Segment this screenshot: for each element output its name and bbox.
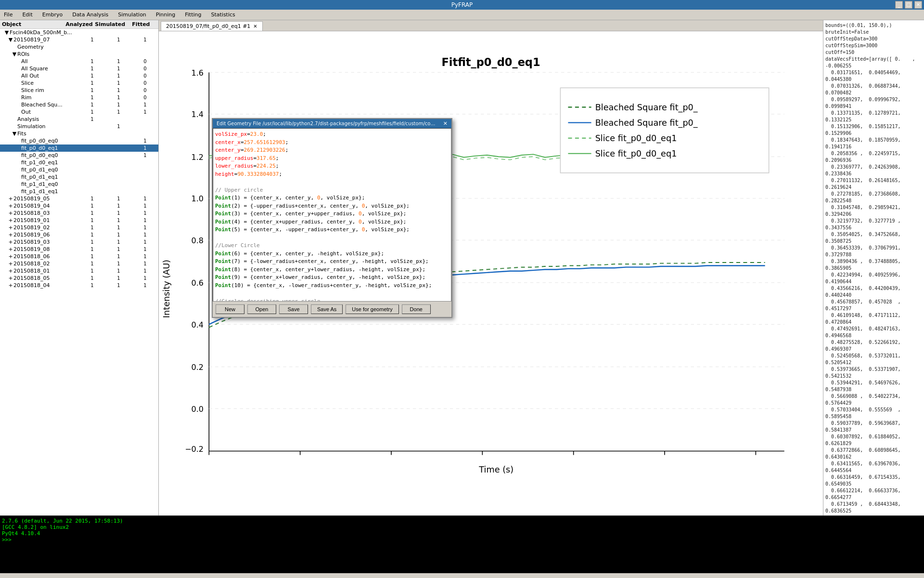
console-prompt: >>>: [2, 537, 922, 543]
tree-row-20150819-08[interactable]: + 20150819_08 111: [0, 246, 158, 253]
tree-row-all-square[interactable]: All Square 110: [0, 65, 158, 72]
tree-row-20150819-01[interactable]: + 20150819_01 111: [0, 217, 158, 224]
col-simulated: Simulated: [95, 21, 126, 27]
menu-simulation[interactable]: Simulation: [116, 11, 148, 19]
tree-row-geometry[interactable]: Geometry: [0, 43, 158, 51]
tree-row-20150818-02[interactable]: + 20150818_02 111: [0, 260, 158, 267]
menu-pinning[interactable]: Pinning: [154, 11, 177, 19]
menu-statistics[interactable]: Statistics: [209, 11, 237, 19]
legend-item-4: Slice fit_p0_d0_eq1: [595, 149, 677, 159]
save-as-button[interactable]: Save As: [311, 304, 343, 314]
dialog-buttons: New Open Save Save As Use for geometry D…: [213, 302, 451, 317]
tab-label: 20150819_07/fit_p0_d0_eq1 #1: [166, 23, 250, 29]
console-line-3: PyQt4 4.10.4: [2, 530, 922, 537]
tab-fit-p0d0eq1[interactable]: 20150819_07/fit_p0_d0_eq1 #1 ✕: [161, 21, 263, 31]
tab-bar: 20150819_07/fit_p0_d0_eq1 #1 ✕: [159, 20, 823, 31]
tree-row-fits[interactable]: ▼ Fits: [0, 130, 158, 137]
tree-row-fit-p1d1eq0[interactable]: fit_p1_d1_eq0: [0, 181, 158, 188]
menu-data-analysis[interactable]: Data Analysis: [70, 11, 110, 19]
close-button[interactable]: ✕: [914, 1, 922, 9]
tab-close-icon[interactable]: ✕: [253, 24, 257, 29]
use-for-geometry-button[interactable]: Use for geometry: [346, 304, 398, 314]
menu-file[interactable]: File: [2, 11, 14, 19]
tree-row-rim[interactable]: Rim 110: [0, 94, 158, 101]
tree-row-rois[interactable]: ▼ ROIs: [0, 51, 158, 58]
tree-row-fit-p1d1eq1[interactable]: fit_p1_d1_eq1: [0, 188, 158, 195]
titlebar: PyFRAP _ □ ✕: [0, 0, 924, 10]
done-button[interactable]: Done: [402, 304, 431, 314]
svg-text:1.6: 1.6: [192, 68, 204, 78]
tree-row-all-out[interactable]: All Out 110: [0, 72, 158, 79]
svg-text:0.0: 0.0: [192, 405, 204, 414]
legend-item-1: Bleached Square fit_p0_: [595, 103, 698, 113]
chart-title: Fitfit_p0_d0_eq1: [441, 56, 540, 68]
col-analyzed: Analyzed: [64, 21, 94, 27]
left-panel: Object Analyzed Simulated Fitted ▼ Fscin…: [0, 20, 159, 515]
tree-row-20150819-03[interactable]: + 20150819_03 111: [0, 238, 158, 246]
svg-text:0.2: 0.2: [192, 363, 204, 372]
svg-text:−0.2: −0.2: [185, 445, 204, 454]
svg-text:1.4: 1.4: [192, 110, 204, 119]
tree-row-20150819-06[interactable]: + 20150819_06 111: [0, 231, 158, 238]
tree-row-all[interactable]: All 110: [0, 58, 158, 65]
app-title: PyFRAP: [451, 1, 473, 8]
chart-ylabel: Intensity (AU): [162, 260, 171, 318]
tree-row-fit-p0d1eq1[interactable]: fit_p0_d1_eq1: [0, 173, 158, 181]
left-panel-header: Object Analyzed Simulated Fitted: [0, 20, 158, 29]
menu-embryo[interactable]: Embryo: [40, 11, 64, 19]
window-controls[interactable]: _ □ ✕: [895, 1, 922, 9]
tree-row-out[interactable]: Out 111: [0, 108, 158, 116]
chart-xlabel: Time (s): [478, 465, 513, 475]
right-panel: bounds=((0.01, 150.0),) bruteInit=False …: [823, 20, 924, 515]
tree-row-fit-p0d0eq0-1[interactable]: fit_p0_d0_eq0 1: [0, 137, 158, 144]
svg-text:0.6: 0.6: [192, 278, 204, 288]
svg-rect-28: [560, 88, 769, 173]
tree-row-bleached-sq[interactable]: Bleached Squ... 111: [0, 101, 158, 108]
console-line-1: 2.7.6 (default, Jun 22 2015, 17:58:13): [2, 518, 922, 524]
tree-row-fit-p0d0eq1[interactable]: fit_p0_d0_eq1 1: [0, 144, 158, 152]
svg-text:0.4: 0.4: [192, 320, 204, 329]
tree-row-analysis[interactable]: Analysis 1: [0, 116, 158, 123]
tree-row-20150818-04[interactable]: + 20150818_04 111: [0, 282, 158, 289]
tree-row-20150818-01[interactable]: + 20150818_01 111: [0, 267, 158, 275]
tree-row-fscin[interactable]: ▼ Fscin40kDa_500nM_b...: [0, 29, 158, 36]
legend-item-2: Bleached Square fit_p0_: [595, 118, 698, 128]
tree-row-20150819-02[interactable]: + 20150819_02 111: [0, 224, 158, 231]
legend-item-3: Slice fit_p0_d0_eq1: [595, 133, 677, 144]
tree-row-20150819-05[interactable]: + 20150819_05 111: [0, 195, 158, 202]
dialog-code-editor[interactable]: volSize_px=23.0; center_x=257.651612903;…: [213, 128, 451, 302]
tree-row-fit-p1d0eq1[interactable]: fit_p1_d0_eq1: [0, 159, 158, 166]
tree-row-20150818-06[interactable]: + 20150818_06 111: [0, 253, 158, 260]
menu-fitting[interactable]: Fitting: [183, 11, 203, 19]
tree-row-20150819-07[interactable]: ▼ 20150819_07 111: [0, 36, 158, 43]
console-line-2: [GCC 4.8.2] on linux2: [2, 524, 922, 530]
minimize-button[interactable]: _: [895, 1, 903, 9]
svg-text:1.2: 1.2: [192, 153, 204, 162]
tree-row-simulation[interactable]: Simulation 1: [0, 123, 158, 130]
main-layout: Object Analyzed Simulated Fitted ▼ Fscin…: [0, 20, 924, 515]
tree-row-slice[interactable]: Slice 110: [0, 79, 158, 87]
right-panel-content: bounds=((0.01, 150.0),) bruteInit=False …: [825, 22, 922, 515]
col-fitted: Fitted: [126, 21, 156, 27]
save-button[interactable]: Save: [279, 304, 308, 314]
svg-text:0.8: 0.8: [192, 236, 204, 245]
maximize-button[interactable]: □: [905, 1, 912, 9]
menu-edit[interactable]: Edit: [20, 11, 34, 19]
tree-row-fit-p0d1eq0[interactable]: fit_p0_d1_eq0: [0, 166, 158, 173]
dialog-close-icon[interactable]: ✕: [443, 120, 448, 127]
col-object: Object: [2, 21, 64, 27]
edit-geometry-dialog: Edit Geometry File /usr/local/lib/python…: [212, 118, 452, 318]
tree-container: ▼ Fscin40kDa_500nM_b... ▼ 20150819_07 11…: [0, 29, 158, 289]
new-button[interactable]: New: [216, 304, 244, 314]
svg-text:1.0: 1.0: [192, 194, 204, 203]
tree-row-20150818-05[interactable]: + 20150818_05 111: [0, 275, 158, 282]
tree-row-slice-rim[interactable]: Slice rim 110: [0, 87, 158, 94]
dialog-title: Edit Geometry File /usr/local/lib/python…: [217, 121, 438, 126]
console: 2.7.6 (default, Jun 22 2015, 17:58:13) […: [0, 515, 924, 573]
menubar: File Edit Embryo Data Analysis Simulatio…: [0, 10, 924, 20]
tree-row-20150818-03[interactable]: + 20150818_03 111: [0, 210, 158, 217]
open-button[interactable]: Open: [247, 304, 276, 314]
dialog-titlebar: Edit Geometry File /usr/local/lib/python…: [213, 119, 451, 128]
tree-row-fit-p0d0eq0-2[interactable]: fit_p0_d0_eq0 1: [0, 152, 158, 159]
tree-row-20150819-04[interactable]: + 20150819_04 111: [0, 202, 158, 210]
